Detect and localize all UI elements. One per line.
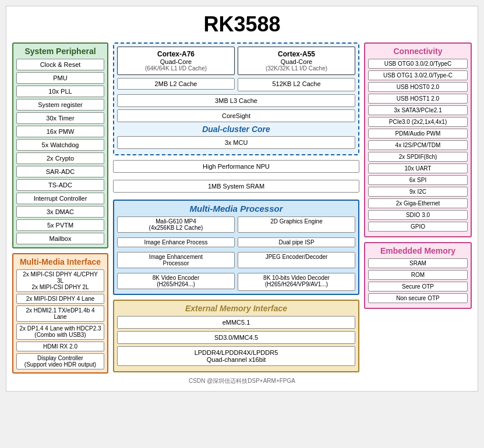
ext-mem-title: External Memory Interface: [117, 304, 355, 313]
core-a76-sub1: Quad-Core: [119, 58, 232, 65]
dual-cluster-title: Dual-cluster Core: [117, 125, 355, 134]
list-item: 3x DMAC: [16, 206, 104, 218]
list-item: SRAM: [368, 258, 468, 268]
mcu: 3x MCU: [117, 136, 355, 149]
mm-interface-title: Multi-Media Interface: [16, 257, 104, 266]
mm-interface-section: Multi-Media Interface 2x MIPI-CSI DPHY 4…: [12, 253, 108, 374]
coresight: CoreSight: [117, 109, 355, 122]
page-title: RK3588: [12, 12, 472, 37]
list-item: PMU: [16, 72, 104, 84]
list-item: ROM: [368, 270, 468, 280]
cpu-row: Cortex-A76 Quad-Core (64K/64K L1 I/D Cac…: [117, 47, 355, 75]
list-item: PDM/Audio PWM: [368, 129, 468, 138]
mp-grid: Mali-G610 MP4(4x256KB L2 Cache) 2D Graph…: [117, 216, 355, 291]
list-item: HDMI RX 2.0: [16, 342, 104, 351]
sram-box: 1MB System SRAM: [113, 180, 359, 193]
list-item: System register: [16, 99, 104, 111]
list-item: USB OTG1 3.0/2.0/Type-C: [368, 70, 468, 80]
list-item: 30x Timer: [16, 112, 104, 124]
npu-box: High Performance NPU: [113, 160, 359, 173]
layout-grid: System Peripheral Clock & Reset PMU 10x …: [12, 42, 472, 374]
list-item: 2x HDMI2.1 TX/eDP1.4b 4 Lane: [16, 305, 104, 322]
middle-column: Cortex-A76 Quad-Core (64K/64K L1 I/D Cac…: [113, 42, 359, 374]
list-item: GPIO: [368, 222, 468, 232]
list-item: 16x PMW: [16, 126, 104, 137]
mm-processor-title: Multi-Media Processor: [117, 204, 355, 214]
ext-mem-section: External Memory Interface eMMC5.1 SD3.0/…: [113, 300, 359, 372]
l2-cache-a55: 512KB L2 Cache: [238, 78, 355, 91]
list-item: Display Controller(Support video HDR out…: [16, 353, 104, 369]
connectivity-title: Connectivity: [368, 47, 468, 56]
list-item: Clock & Reset: [16, 59, 104, 70]
list-item: Interrupt Controller: [16, 193, 104, 204]
gpu-box: Mali-G610 MP4(4x256KB L2 Cache): [117, 216, 235, 233]
core-a55-sub2: (32K/32K L1 I/D Cache): [240, 65, 353, 72]
sys-peripheral-section: System Peripheral Clock & Reset PMU 10x …: [12, 42, 108, 248]
list-item: USB HOST0 2.0: [368, 82, 468, 92]
list-item: Non secure OTP: [368, 293, 468, 303]
cortex-a76-box: Cortex-A76 Quad-Core (64K/64K L1 I/D Cac…: [117, 47, 235, 75]
list-item: 10x UART: [368, 163, 468, 173]
footer-text: CSDN @深圳信迈科技DSP+ARM+FPGA: [12, 377, 472, 385]
list-item: 2x MIPI-CSI DPHY 4L/CPHY 3L2x MIPI-CSI D…: [16, 269, 104, 292]
core-a55-name: Cortex-A55: [240, 50, 353, 58]
list-item: 6x SPI: [368, 175, 468, 185]
dual-pipe-isp-box: Dual pipe ISP: [238, 237, 355, 247]
core-a76-name: Cortex-A76: [119, 50, 232, 58]
list-item: 3x SATA3/PCIe2.1: [368, 105, 468, 115]
list-item: 2x Crypto: [16, 152, 104, 164]
list-item: SAR-ADC: [16, 166, 104, 177]
video-decoder-box: 8K 10-bits Video Decoder(H265/H264/VP9/A…: [238, 273, 355, 291]
list-item: 5x PVTM: [16, 219, 104, 231]
image-enhance-box: Image Enhance Process: [117, 237, 235, 247]
image-enhancement-box: Image EnhancementProcessor: [117, 252, 235, 268]
sd-box: SD3.0/MMC4.5: [117, 331, 355, 344]
l2-cache-a76: 2MB L2 Cache: [117, 78, 235, 90]
jpeg-box: JPEG Encoder/Decoder: [238, 252, 355, 268]
connectivity-section: Connectivity USB OTG0 3.0/2.0/TypeC USB …: [364, 42, 472, 237]
cortex-a55-box: Cortex-A55 Quad-Core (32K/32K L1 I/D Cac…: [238, 47, 355, 75]
core-a55-sub1: Quad-Core: [240, 58, 353, 65]
dual-cluster-section: Cortex-A76 Quad-Core (64K/64K L1 I/D Cac…: [113, 42, 359, 155]
right-column: Connectivity USB OTG0 3.0/2.0/TypeC USB …: [364, 42, 472, 374]
list-item: USB OTG0 3.0/2.0/TypeC: [368, 59, 468, 69]
graphics-2d-box: 2D Graphics Engine: [238, 216, 355, 233]
left-column: System Peripheral Clock & Reset PMU 10x …: [12, 42, 108, 374]
mm-processor-section: Multi-Media Processor Mali-G610 MP4(4x25…: [113, 200, 359, 295]
l2-cache-row: 2MB L2 Cache 512KB L2 Cache: [117, 78, 355, 91]
list-item: 2x DP1.4 4 Lane with HDCP2.3(Combo with …: [16, 323, 104, 340]
list-item: TS-ADC: [16, 179, 104, 191]
list-item: 2x SPDIF(8ch): [368, 152, 468, 162]
list-item: PCIe3.0 (2x2,1x4,4x1): [368, 117, 468, 127]
embedded-items: SRAM ROM Secure OTP Non secure OTP: [368, 258, 468, 303]
l3-cache: 3MB L3 Cache: [117, 94, 355, 107]
video-encoder-box: 8K Video Encoder(H265/H264...): [117, 273, 235, 289]
list-item: 5x Watchdog: [16, 139, 104, 151]
list-item: 4x I2S/PCM/TDM: [368, 140, 468, 150]
list-item: 10x PLL: [16, 86, 104, 97]
list-item: Secure OTP: [368, 282, 468, 291]
sys-peripheral-title: System Peripheral: [16, 47, 104, 56]
list-item: SDIO 3.0: [368, 210, 468, 220]
embedded-mem-section: Embedded Memory SRAM ROM Secure OTP Non …: [364, 242, 472, 309]
lpddr-box: LPDDR4/LPDDR4X/LPDDR5Quad-channel x16bit: [117, 346, 355, 366]
list-item: 9x I2C: [368, 187, 468, 197]
embedded-mem-title: Embedded Memory: [368, 246, 468, 255]
list-item: 2x Giga-Ethernet: [368, 198, 468, 208]
list-item: Mailbox: [16, 233, 104, 244]
list-item: 2x MIPI-DSI DPHY 4 Lane: [16, 294, 104, 304]
core-a76-sub2: (64K/64K L1 I/D Cache): [119, 65, 232, 72]
list-item: USB HOST1 2.0: [368, 94, 468, 104]
emmc-box: eMMC5.1: [117, 316, 355, 329]
connectivity-items: USB OTG0 3.0/2.0/TypeC USB OTG1 3.0/2.0/…: [368, 59, 468, 232]
main-page: RK3588 System Peripheral Clock & Reset P…: [6, 6, 478, 392]
